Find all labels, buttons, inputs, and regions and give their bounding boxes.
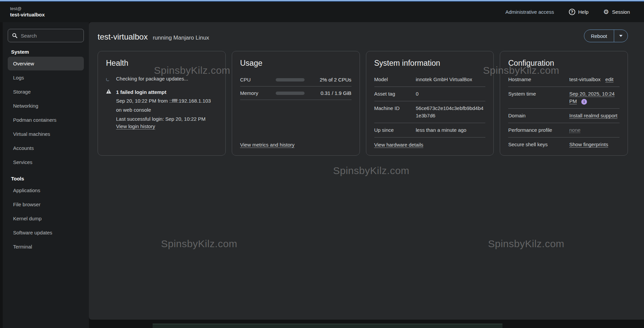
view-hardware-details-link[interactable]: View hardware details [374, 142, 423, 148]
sidebar-item-logs[interactable]: Logs [8, 71, 84, 85]
usage-card: Usage CPU 2% of 2 CPUs Memory 0.31 / 1.9… [232, 51, 360, 156]
up-since-row: Up since less than a minute ago [374, 123, 486, 138]
sidebar-item-kernel-dump[interactable]: Kernel dump [8, 212, 84, 225]
reboot-dropdown-toggle[interactable] [614, 30, 628, 42]
usage-card-title: Usage [240, 59, 352, 68]
configuration-table: Hostname test-virtualbox edit System tim… [508, 72, 620, 152]
health-checking-row: Checking for package updates... [106, 76, 217, 82]
performance-profile-row: Performance profile none [508, 123, 620, 138]
health-card: Health Checking for package updates... 1… [98, 51, 226, 156]
system-information-card: System information Model innotek GmbH Vi… [366, 51, 494, 156]
view-login-history-link[interactable]: View login history [116, 123, 155, 129]
brand-hostname: test-virtualbox [10, 11, 45, 18]
cpu-usage-row: CPU 2% of 2 CPUs [240, 73, 352, 87]
search-input[interactable] [21, 33, 79, 39]
usage-rows: CPU 2% of 2 CPUs Memory 0.31 / 1.9 GiB [240, 73, 352, 100]
alert-body: 1 failed login attempt Sep 20, 10:22 PM … [116, 88, 217, 129]
system-time-link[interactable]: Sep 20, 2025, 10:24 PM [569, 91, 614, 104]
hostname-value: test-virtualbox [569, 76, 600, 82]
alert-last-login-line: Last successful login: Sep 20, 10:22 PM [116, 114, 217, 123]
administrative-access-button[interactable]: Administrative access [505, 9, 554, 15]
view-metrics-link[interactable]: View metrics and history [240, 142, 294, 148]
nav-heading-system: System [11, 49, 80, 55]
show-fingerprints-link[interactable]: Show fingerprints [569, 142, 608, 147]
sidebar-item-podman-containers[interactable]: Podman containers [8, 113, 84, 127]
cpu-value: 2% of 2 CPUs [305, 77, 352, 83]
sidebar-item-file-browser[interactable]: File browser [8, 198, 84, 211]
performance-profile-value[interactable]: none [569, 127, 580, 133]
system-info-table: Model innotek GmbH VirtualBox Asset tag … [374, 72, 486, 138]
system-time-row: System time Sep 20, 2025, 10:24 PM i [508, 87, 620, 109]
masthead-utilities: Administrative access ? Help ⚙ Session [505, 9, 630, 15]
domain-row: Domain Install realmd support [508, 109, 620, 123]
nav-heading-tools: Tools [11, 176, 80, 181]
chevron-down-icon [619, 35, 623, 37]
spinner-icon [106, 76, 112, 82]
configuration-card-title: Configuration [508, 59, 620, 68]
sidebar-item-networking[interactable]: Networking [8, 99, 84, 113]
main-panel: test-virtualbox running Manjaro Linux Re… [89, 22, 644, 320]
machine-id-row: Machine ID 56ce673c2e104c3ebfb9bd4b41e3b… [374, 101, 486, 123]
alert-detail-line: Sep 20, 10:22 PM from ::ffff:192.168.1.1… [116, 96, 217, 114]
sidebar: System Overview Logs Storage Networking … [3, 22, 89, 328]
secure-shell-keys-row: Secure shell keys Show fingerprints [508, 138, 620, 152]
system-info-card-title: System information [374, 59, 486, 68]
page-title: test-virtualbox [98, 32, 148, 42]
memory-progress-bar [276, 92, 305, 95]
sidebar-item-storage[interactable]: Storage [8, 85, 84, 99]
edit-hostname-link[interactable]: edit [605, 76, 613, 82]
memory-label: Memory [240, 90, 276, 96]
sidebar-item-terminal[interactable]: Terminal [8, 240, 84, 254]
session-label: Session [612, 9, 630, 15]
health-card-title: Health [106, 59, 217, 68]
sidebar-item-applications[interactable]: Applications [8, 183, 84, 197]
install-realmd-link[interactable]: Install realmd support [569, 113, 617, 118]
session-menu[interactable]: ⚙ Session [603, 9, 630, 15]
masthead: test@ test-virtualbox Administrative acc… [0, 2, 644, 22]
sidebar-item-accounts[interactable]: Accounts [8, 141, 84, 155]
sidebar-item-virtual-machines[interactable]: Virtual machines [8, 127, 84, 141]
reboot-split-button: Reboot [584, 30, 628, 42]
alert-title: 1 failed login attempt [116, 88, 217, 96]
overview-cards: Health Checking for package updates... 1… [98, 51, 628, 156]
help-menu[interactable]: ? Help [569, 9, 589, 15]
sidebar-item-services[interactable]: Services [8, 155, 84, 169]
logged-in-user: test@ [10, 6, 45, 11]
memory-value: 0.31 / 1.9 GiB [305, 90, 352, 96]
info-icon[interactable]: i [581, 99, 587, 105]
cpu-label: CPU [240, 77, 276, 83]
gear-icon: ⚙ [603, 9, 609, 15]
hostname-row: Hostname test-virtualbox edit [508, 72, 620, 87]
page-header: test-virtualbox running Manjaro Linux Re… [89, 22, 644, 42]
brand: test@ test-virtualbox [10, 6, 45, 18]
memory-usage-row: Memory 0.31 / 1.9 GiB [240, 87, 352, 100]
page-status: running Manjaro Linux [153, 35, 209, 41]
warning-icon [106, 88, 112, 129]
sidebar-search[interactable] [8, 29, 84, 42]
sidebar-item-overview[interactable]: Overview [8, 57, 84, 70]
sidebar-item-software-updates[interactable]: Software updates [8, 226, 84, 239]
help-label: Help [578, 9, 589, 15]
reboot-button[interactable]: Reboot [584, 30, 614, 42]
cpu-progress-bar [276, 78, 305, 81]
health-checking-text: Checking for package updates... [116, 76, 188, 82]
configuration-card: Configuration Hostname test-virtualbox e… [500, 51, 628, 156]
background-window-edge [153, 324, 502, 328]
asset-tag-row: Asset tag 0 [374, 87, 486, 101]
failed-login-alert: 1 failed login attempt Sep 20, 10:22 PM … [106, 88, 217, 129]
model-row: Model innotek GmbH VirtualBox [374, 72, 486, 87]
help-icon: ? [569, 9, 575, 15]
search-icon [12, 33, 17, 38]
